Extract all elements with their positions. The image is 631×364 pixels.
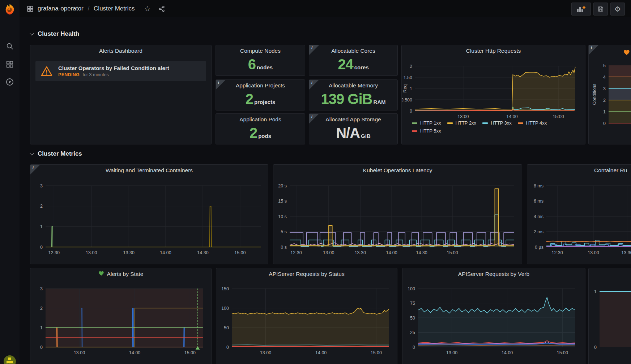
panel-title[interactable]: Allocatable Cores xyxy=(309,45,397,57)
svg-text:50: 50 xyxy=(224,325,229,330)
user-avatar[interactable] xyxy=(3,355,16,364)
svg-text:25: 25 xyxy=(410,330,415,335)
svg-text:3: 3 xyxy=(603,86,606,91)
svg-text:13:00: 13:00 xyxy=(74,350,85,355)
breadcrumb-folder[interactable]: grafana-operator xyxy=(38,5,84,12)
panel-stat-application-projects: i Application Projects 2projects xyxy=(216,79,305,110)
svg-text:0: 0 xyxy=(226,345,229,350)
svg-text:0: 0 xyxy=(40,245,43,250)
panel-bottom-right-partial: 10 xyxy=(588,268,631,364)
apiserver-requests-by-status-chart[interactable]: 05010015013:0014:0015:00 xyxy=(216,268,397,364)
svg-text:50: 50 xyxy=(410,316,415,321)
panel-title[interactable]: Container Ru xyxy=(527,165,631,176)
svg-text:14:00: 14:00 xyxy=(129,350,140,355)
legend-item[interactable]: HTTP 5xx xyxy=(412,128,441,134)
stat-value: 6 xyxy=(248,57,256,72)
stat-unit: pods xyxy=(258,133,271,140)
section-toggle-cluster-metrics[interactable]: Cluster Metrics xyxy=(30,150,82,157)
panel-title[interactable] xyxy=(589,268,631,280)
search-icon[interactable] xyxy=(5,41,15,51)
panel-title[interactable]: Allocated App Storage xyxy=(309,114,397,125)
svg-text:15:00: 15:00 xyxy=(234,250,246,255)
alert-rule-name[interactable]: Cluster Operators by Failed Condition al… xyxy=(58,65,169,71)
panel-info-corner[interactable]: i xyxy=(309,80,319,90)
panel-title[interactable]: Alerts by State xyxy=(30,268,211,280)
svg-text:15:00: 15:00 xyxy=(184,350,196,355)
container-runtime-chart[interactable]: 0 µs2 ms4 ms6 ms8 ms12:3013:0013:30 xyxy=(527,165,631,264)
chevron-down-icon xyxy=(30,31,34,35)
chart-legend: HTTP 1xxHTTP 2xxHTTP 3xxHTTP 4xxHTTP 5xx xyxy=(412,120,570,134)
chevron-down-icon xyxy=(30,151,34,155)
bottom-right-chart[interactable]: 10 xyxy=(589,268,631,364)
svg-text:14:00: 14:00 xyxy=(506,114,517,119)
warning-triangle-icon xyxy=(40,66,53,77)
waiting-terminated-containers-chart[interactable]: 012312:3013:0013:3014:0014:3015:00 xyxy=(30,165,268,264)
breadcrumb-dashboard-title[interactable]: Cluster Metrics xyxy=(94,5,135,12)
panel-waiting-terminated-containers: i Waiting and Terminated Containers 0123… xyxy=(30,164,268,264)
section-toggle-cluster-health[interactable]: Cluster Health xyxy=(30,30,79,38)
svg-text:13:30: 13:30 xyxy=(123,250,135,255)
svg-text:13:30: 13:30 xyxy=(355,250,366,255)
alert-rule-item[interactable]: Cluster Operators by Failed Condition al… xyxy=(35,61,206,81)
svg-text:3: 3 xyxy=(40,286,43,291)
legend-item[interactable]: HTTP 2xx xyxy=(447,120,477,126)
panel-info-corner[interactable]: i xyxy=(30,165,40,174)
svg-text:20 s: 20 s xyxy=(278,183,287,188)
legend-item[interactable]: HTTP 4xx xyxy=(518,120,547,126)
grafana-logo[interactable] xyxy=(3,3,16,16)
svg-text:13:00: 13:00 xyxy=(446,350,457,355)
panel-title[interactable]: Compute Nodes xyxy=(216,45,305,57)
share-icon[interactable] xyxy=(158,5,165,12)
svg-text:4: 4 xyxy=(603,75,606,80)
dashboard-settings-button[interactable]: ⚙ xyxy=(610,3,625,16)
svg-text:1: 1 xyxy=(410,86,412,91)
svg-text:15:00: 15:00 xyxy=(557,350,568,355)
explore-compass-icon[interactable] xyxy=(5,77,15,87)
legend-item[interactable]: HTTP 1xx xyxy=(412,120,441,126)
svg-text:0 s: 0 s xyxy=(281,245,287,250)
panel-title[interactable]: Kubelet Operations Latency xyxy=(273,165,522,176)
svg-text:12:30: 12:30 xyxy=(290,250,302,255)
legend-item[interactable]: HTTP 3xx xyxy=(482,120,512,126)
panel-info-corner[interactable]: i xyxy=(309,114,319,124)
svg-text:14:00: 14:00 xyxy=(386,250,397,255)
svg-text:6 ms: 6 ms xyxy=(534,199,543,204)
panel-kubelet-operations-latency: Kubelet Operations Latency 0 s5 s10 s15 … xyxy=(273,164,522,264)
conditions-chart[interactable]: 012345Conditions xyxy=(589,45,631,144)
panel-title[interactable]: Application Pods xyxy=(216,114,305,125)
apiserver-requests-by-verb-chart[interactable]: 025507510013:0014:0015:00 xyxy=(402,268,585,364)
panel-title[interactable]: APIServer Requests by Verb xyxy=(402,268,585,280)
svg-text:2: 2 xyxy=(40,306,43,311)
alerts-by-state-chart[interactable]: 012313:0014:0015:00 xyxy=(30,268,211,364)
svg-text:75: 75 xyxy=(410,301,415,306)
panel-title[interactable]: Application Projects xyxy=(216,80,305,91)
star-icon[interactable]: ☆ xyxy=(144,5,150,12)
panel-info-corner[interactable]: i xyxy=(309,45,319,55)
panel-stat-allocatable-cores: i Allocatable Cores 24cores xyxy=(309,45,398,76)
svg-text:8 ms: 8 ms xyxy=(534,183,543,188)
panel-title[interactable]: Waiting and Terminated Containers xyxy=(30,165,268,176)
svg-text:14:00: 14:00 xyxy=(502,350,513,355)
save-dashboard-button[interactable] xyxy=(593,3,608,16)
svg-text:15:00: 15:00 xyxy=(447,250,458,255)
svg-text:5: 5 xyxy=(603,63,606,68)
stat-unit: nodes xyxy=(257,64,273,72)
alert-state-badge: PENDING xyxy=(58,72,80,77)
stat-value: N/A xyxy=(336,126,360,140)
panel-title[interactable]: APIServer Requests by Status xyxy=(216,268,397,280)
panel-title[interactable]: Allocatable Memory xyxy=(309,80,397,91)
svg-text:12:30: 12:30 xyxy=(551,250,563,255)
panel-alerts-by-state: Alerts by State 012313:0014:0015:00 xyxy=(30,268,212,364)
panel-title[interactable]: Cluster Http Requests xyxy=(402,45,585,57)
panel-info-corner[interactable]: i xyxy=(589,45,598,55)
stat-value: 2 xyxy=(250,126,257,140)
panel-info-corner[interactable]: i xyxy=(216,80,226,90)
panel-title[interactable]: Alerts Dashboard xyxy=(30,45,211,57)
dashboard-grid-icon[interactable] xyxy=(27,5,34,12)
breadcrumb-separator: / xyxy=(88,5,89,12)
stat-unit: RAM xyxy=(373,99,385,106)
dashboards-icon[interactable] xyxy=(5,59,15,69)
add-panel-button[interactable] xyxy=(571,3,591,16)
stat-unit: projects xyxy=(254,99,275,106)
kubelet-operations-latency-chart[interactable]: 0 s5 s10 s15 s20 s12:3013:0013:3014:0014… xyxy=(273,165,522,264)
